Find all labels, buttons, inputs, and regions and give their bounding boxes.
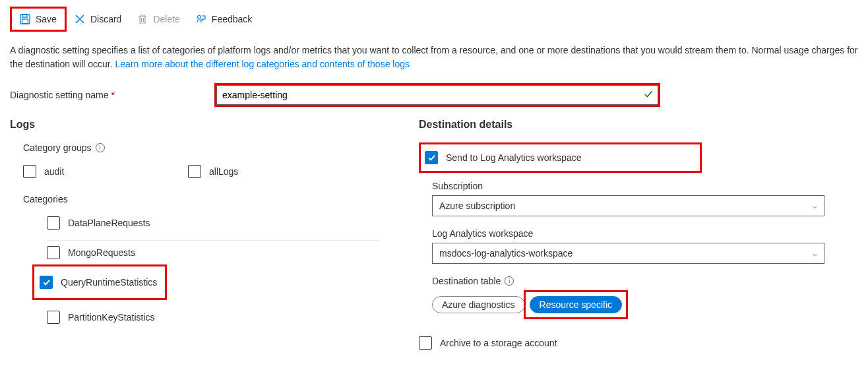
queryruntimestatistics-label: QueryRuntimeStatistics [61, 277, 157, 288]
queryruntimestatistics-checkbox[interactable] [40, 276, 53, 289]
chevron-down-icon: ⌵ [813, 202, 817, 210]
svg-rect-1 [22, 15, 27, 17]
mongorequests-label: MongoRequests [68, 247, 135, 258]
logs-section: Logs Category groups i audit allLogs Cat… [10, 119, 379, 355]
partitionkeystatistics-checkbox[interactable] [47, 311, 60, 324]
destination-section: Destination details Send to Log Analytic… [419, 119, 858, 355]
workspace-value: msdocs-log-analytics-workspace [439, 248, 573, 259]
archive-storage-label: Archive to a storage account [440, 338, 557, 348]
feedback-label: Feedback [212, 14, 252, 24]
feedback-icon [196, 14, 206, 24]
svg-rect-2 [22, 19, 28, 24]
alllogs-label: allLogs [209, 166, 238, 177]
learn-more-link[interactable]: Learn more about the different log categ… [115, 59, 410, 69]
close-icon [75, 14, 85, 24]
mongorequests-checkbox[interactable] [47, 246, 60, 259]
categories-label: Categories [23, 194, 68, 204]
resource-specific-pill[interactable]: Resource specific [530, 296, 623, 313]
discard-button[interactable]: Discard [67, 7, 129, 32]
audit-label: audit [44, 166, 64, 177]
info-icon[interactable]: i [505, 276, 514, 286]
send-to-log-checkbox[interactable] [425, 151, 438, 164]
trash-icon [137, 14, 148, 24]
workspace-label: Log Analytics workspace [432, 228, 858, 239]
toolbar: Save Discard Delete Feedback [10, 7, 858, 32]
setting-name-label: Diagnostic setting name [10, 90, 108, 100]
logs-title: Logs [10, 119, 379, 131]
chevron-down-icon: ⌵ [813, 249, 817, 258]
workspace-dropdown[interactable]: msdocs-log-analytics-workspace ⌵ [432, 243, 824, 264]
dataplanerequests-label: DataPlaneRequests [68, 218, 150, 228]
save-button[interactable]: Save [10, 7, 67, 32]
subscription-label: Subscription [432, 181, 858, 191]
discard-label: Discard [90, 14, 121, 24]
category-groups-label: Category groups [23, 142, 92, 153]
send-to-log-label: Send to Log Analytics workspace [446, 152, 581, 163]
subscription-value: Azure subscription [439, 201, 515, 211]
info-icon[interactable]: i [96, 143, 105, 152]
delete-button: Delete [129, 7, 187, 32]
description-text: A diagnostic setting specifies a list of… [10, 44, 858, 71]
subscription-dropdown[interactable]: Azure subscription ⌵ [432, 195, 824, 216]
alllogs-checkbox[interactable] [188, 165, 201, 178]
azure-diagnostics-pill[interactable]: Azure diagnostics [432, 296, 525, 313]
setting-name-row: Diagnostic setting name* [10, 83, 858, 107]
dataplanerequests-checkbox[interactable] [47, 216, 60, 230]
setting-name-input[interactable] [216, 85, 658, 105]
audit-checkbox[interactable] [23, 165, 36, 178]
svg-point-3 [197, 16, 201, 19]
valid-check-icon [644, 90, 653, 101]
delete-label: Delete [153, 14, 179, 24]
partitionkeystatistics-label: PartitionKeyStatistics [68, 312, 155, 323]
destination-title: Destination details [419, 119, 858, 131]
dest-table-label: Destination table [432, 276, 501, 286]
save-label: Save [36, 14, 57, 24]
save-icon [20, 14, 30, 24]
archive-storage-checkbox[interactable] [419, 336, 432, 350]
required-indicator: * [111, 90, 114, 100]
feedback-button[interactable]: Feedback [188, 7, 260, 32]
